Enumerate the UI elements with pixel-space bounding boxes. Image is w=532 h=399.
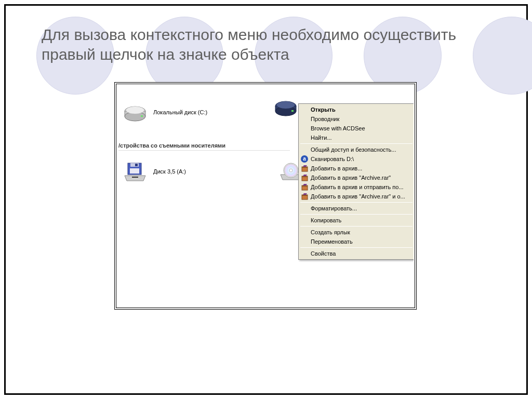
menu-format[interactable]: Форматировать... (299, 204, 414, 213)
menu-separator (300, 226, 413, 227)
winrar-icon (301, 183, 309, 191)
menu-add-archive-named-send[interactable]: Добавить в архив "Archive.rar" и о... (299, 192, 414, 201)
menu-explorer-label: Проводник (311, 116, 339, 122)
menu-find-label: Найти... (311, 135, 332, 141)
menu-separator (300, 202, 413, 203)
menu-properties[interactable]: Свойства (299, 249, 414, 258)
drive-a[interactable]: Диск 3,5 (A:) (123, 161, 188, 182)
menu-explorer[interactable]: Проводник (299, 114, 414, 124)
svg-rect-13 (130, 168, 139, 174)
menu-separator (300, 214, 413, 215)
winrar-icon (301, 165, 309, 172)
menu-open-label: Открыть (311, 107, 336, 113)
menu-add-archive-named-send-label: Добавить в архив "Archive.rar" и о... (311, 193, 405, 200)
drive-a-label: Диск 3,5 (A:) (152, 168, 188, 175)
menu-add-archive-named[interactable]: Добавить в архив "Archive.rar" (299, 173, 414, 182)
menu-separator (300, 143, 413, 144)
menu-sharing-label: Общий доступ и безопасность... (311, 147, 396, 153)
menu-browse-acdsee[interactable]: Browse with ACDSee (299, 124, 414, 133)
menu-open[interactable]: Открыть (299, 105, 414, 114)
menu-rename-label: Переименовать (311, 238, 353, 245)
menu-sharing[interactable]: Общий доступ и безопасность... (299, 145, 414, 154)
hard-disk-icon (273, 97, 298, 117)
menu-browse-acdsee-label: Browse with ACDSee (311, 125, 365, 131)
svg-rect-14 (132, 177, 138, 178)
winrar-icon (301, 193, 309, 201)
menu-add-archive-label: Добавить в архив... (311, 165, 362, 171)
svg-rect-19 (302, 167, 308, 168)
menu-properties-label: Свойства (311, 250, 336, 257)
floppy-drive-icon (123, 161, 148, 182)
menu-add-archive-named-label: Добавить в архив "Archive.rar" (311, 175, 391, 181)
context-menu: Открыть Проводник Browse with ACDSee Най… (298, 103, 414, 260)
menu-separator (300, 247, 413, 248)
avast-icon: a (301, 155, 309, 163)
removable-section-header: /стройства со съемными носителями (118, 141, 290, 151)
menu-add-archive-send-label: Добавить в архив и отправить по... (311, 184, 404, 190)
menu-copy-label: Копировать (311, 217, 341, 223)
svg-rect-4 (141, 115, 143, 117)
drive-c[interactable]: Локальный диск (C:) (123, 102, 209, 123)
menu-create-shortcut[interactable]: Создать ярлык (299, 228, 414, 237)
menu-scan[interactable]: a Сканировать D:\ (299, 154, 414, 164)
menu-add-archive-send[interactable]: Добавить в архив и отправить по... (299, 182, 414, 192)
menu-add-archive[interactable]: Добавить в архив... (299, 164, 414, 173)
svg-rect-9 (291, 110, 294, 112)
menu-copy[interactable]: Копировать (299, 216, 414, 225)
hard-disk-icon (123, 102, 148, 123)
svg-rect-21 (302, 176, 308, 177)
menu-find[interactable]: Найти... (299, 133, 414, 142)
svg-point-8 (277, 101, 295, 109)
svg-rect-23 (302, 185, 308, 187)
svg-point-17 (289, 169, 292, 172)
menu-create-shortcut-label: Создать ярлык (311, 229, 350, 235)
drive-c-label: Локальный диск (C:) (152, 109, 209, 116)
explorer-window: Локальный диск (C:) Локальный диск (D:) … (114, 82, 417, 310)
menu-format-label: Форматировать... (311, 205, 357, 211)
svg-rect-25 (302, 195, 308, 196)
menu-rename[interactable]: Переименовать (299, 237, 414, 246)
slide-title: Для вызова контекстного меню необходимо … (42, 25, 501, 64)
svg-rect-12 (135, 164, 138, 166)
winrar-icon (301, 174, 309, 182)
menu-scan-label: Сканировать D:\ (311, 156, 354, 162)
svg-point-3 (126, 107, 144, 114)
